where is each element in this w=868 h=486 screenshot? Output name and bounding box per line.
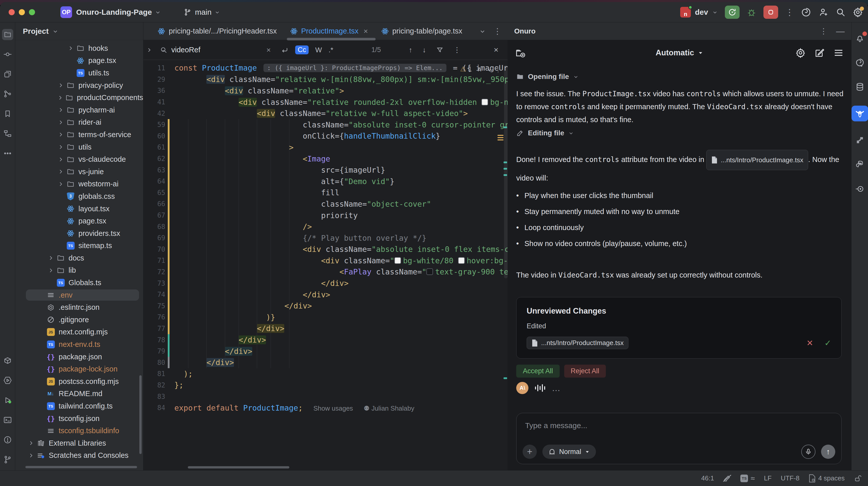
tree-item-utils[interactable]: utils: [15, 141, 143, 153]
editor-tabs-tool-icon[interactable]: [2, 68, 13, 80]
tree-item-lib[interactable]: lib: [15, 264, 143, 277]
code-line-69[interactable]: 69 {/* Play button overlay */}: [144, 232, 507, 244]
chevron-right-icon[interactable]: [56, 144, 66, 150]
tree-item-sitemap-ts[interactable]: TSsitemap.ts: [15, 240, 143, 252]
code-line-81[interactable]: 81 );: [144, 368, 507, 379]
close-find-bar-icon[interactable]: ×: [494, 45, 498, 55]
code-line-41[interactable]: 41 <div className="relative rounded-2xl …: [144, 96, 507, 108]
inline-widget-icon[interactable]: [497, 135, 503, 141]
new-folder-icon[interactable]: [515, 48, 526, 58]
show-usages-hint[interactable]: Show usages: [313, 404, 353, 412]
code-line-61[interactable]: 61 >: [144, 142, 507, 153]
editor-horizontal-scrollbar[interactable]: [188, 466, 289, 468]
structure-tool-icon[interactable]: [2, 128, 13, 139]
search-icon[interactable]: [160, 46, 168, 54]
mode-selector[interactable]: Automatic: [656, 48, 703, 57]
tree-item-utils-ts[interactable]: TSutils.ts: [15, 67, 143, 79]
code-line-59[interactable]: 59 className="absolute inset-0 cursor-po…: [144, 119, 507, 130]
tree-item-external-libraries[interactable]: External Libraries: [15, 437, 143, 450]
tree-item-terms-of-service[interactable]: terms-of-service: [15, 128, 143, 141]
code-line-71[interactable]: 71 <div className="bg-white/80 hover:bg-…: [144, 255, 507, 266]
code-line-77[interactable]: 77 </div>: [144, 323, 507, 334]
more-options-icon[interactable]: ⋮: [454, 46, 461, 54]
tree-horizontal-scrollbar[interactable]: [25, 466, 137, 468]
editor-tab[interactable]: pricing-table/.../PricingHeader.tsx: [151, 22, 283, 40]
tree-item-webstorm-ai[interactable]: webstorm-ai: [15, 178, 143, 190]
code-line-78[interactable]: 78 </div>: [144, 334, 507, 345]
inspection-widget[interactable]: ⚠ 1∧∨|: [460, 65, 499, 73]
ai-assistant-icon[interactable]: [801, 7, 811, 17]
add-user-icon[interactable]: [818, 7, 828, 17]
chevron-right-icon[interactable]: [56, 131, 66, 138]
editor-tab[interactable]: pricing-table/page.tsx: [375, 22, 469, 40]
message-input[interactable]: Type a message... + Normal ↑: [516, 413, 842, 464]
code-line-79[interactable]: 79 </div>: [144, 345, 507, 357]
prev-match-icon[interactable]: ↑: [409, 46, 412, 54]
stop-button[interactable]: [764, 6, 778, 19]
tree-item-page-tsx[interactable]: page.tsx: [15, 215, 143, 227]
more-tools-tool-icon[interactable]: [2, 148, 13, 159]
close-window-button[interactable]: [9, 9, 15, 15]
editor-tab[interactable]: ProductImage.tsx×: [283, 22, 375, 40]
tree-item-package-lock-json[interactable]: {}package-lock.json: [15, 363, 143, 375]
code-line-66[interactable]: 66 className="object-cover": [144, 198, 507, 210]
python-console-tool-icon[interactable]: [854, 159, 865, 170]
version-control-tool-icon[interactable]: [2, 454, 13, 465]
tree-item-page-tsx[interactable]: page.tsx: [15, 55, 143, 67]
rerun-button[interactable]: [725, 6, 740, 19]
code-line-42[interactable]: 42 <div className="relative w-full aspec…: [144, 108, 507, 119]
project-selector[interactable]: Onuro-Landing-Page: [76, 8, 152, 17]
minimize-window-button[interactable]: [19, 9, 25, 15]
code-line-84[interactable]: 84export default ProductImage;Show usage…: [144, 402, 507, 414]
chevron-right-icon[interactable]: [46, 267, 56, 273]
tree-item-rider-ai[interactable]: rider-ai: [15, 116, 143, 129]
breadcrumb-toggle-icon[interactable]: [144, 47, 155, 53]
tree-item--gitignore[interactable]: .gitignore: [15, 313, 143, 326]
chevron-right-icon[interactable]: [26, 440, 36, 446]
editor-vertical-scrollbar[interactable]: [504, 65, 507, 278]
services-tool-icon[interactable]: [2, 395, 13, 406]
tree-item-scratches-and-consoles[interactable]: Scratches and Consoles: [15, 450, 143, 462]
plugin-tool-icon[interactable]: [854, 134, 865, 146]
code-line-73[interactable]: 73 </div>: [144, 277, 507, 289]
regex-toggle[interactable]: .*: [329, 46, 333, 54]
chevron-right-icon[interactable]: [56, 169, 66, 175]
attach-button[interactable]: +: [523, 445, 537, 459]
tree-item-productcomponents[interactable]: productComponents: [15, 91, 143, 104]
tree-item-tailwind-config-ts[interactable]: TStailwind.config.ts: [15, 400, 143, 413]
chevron-right-icon[interactable]: [56, 107, 66, 113]
run-tool-icon[interactable]: [2, 375, 13, 386]
accept-all-button[interactable]: Accept All: [516, 365, 560, 377]
code-line-70[interactable]: 70 <div className="absolute inset-0 flex…: [144, 244, 507, 255]
build-tool-icon[interactable]: [2, 355, 13, 366]
settings-gear-icon[interactable]: [796, 48, 806, 58]
onuro-tool-icon[interactable]: [851, 105, 868, 121]
maximize-window-button[interactable]: [29, 9, 35, 15]
search-input[interactable]: videoRef: [171, 46, 200, 54]
code-line-72[interactable]: 72 <FaPlay className="text-gray-900 text…: [144, 266, 507, 278]
run-config-selector[interactable]: n dev: [680, 7, 718, 18]
tree-item-readme-md[interactable]: M↓README.md: [15, 388, 143, 400]
typescript-status[interactable]: TS ≈: [740, 474, 754, 483]
menu-icon[interactable]: [834, 48, 844, 58]
reject-file-icon[interactable]: ✕: [806, 338, 813, 348]
tree-item--env[interactable]: .env: [15, 289, 143, 301]
edited-file-chip[interactable]: ...nts/Intro/ProductImage.tsx: [527, 337, 628, 349]
chevron-right-icon[interactable]: [56, 181, 66, 187]
tree-item-docs[interactable]: docs: [15, 252, 143, 264]
lock-icon[interactable]: [854, 475, 861, 482]
code-line-36[interactable]: 36 <div className="relative">: [144, 85, 507, 96]
code-line-64[interactable]: 64 alt={"Demo vid"}: [144, 176, 507, 187]
editor-top-scrollbar[interactable]: [287, 38, 376, 40]
code-line-68[interactable]: 68 />: [144, 221, 507, 232]
code-view[interactable]: 11const ProductImage : ({ imageUrl }: Pr…: [144, 60, 507, 470]
code-line-65[interactable]: 65 fill: [144, 187, 507, 199]
chevron-right-icon[interactable]: [46, 255, 56, 261]
code-line-63[interactable]: 63 src={imageUrl}: [144, 164, 507, 176]
author-hint[interactable]: ⚉ Julian Shalaby: [364, 404, 414, 412]
code-line-82[interactable]: 82};: [144, 379, 507, 391]
code-line-29[interactable]: 29 <div className="relative w-[min(88vw,…: [144, 74, 507, 85]
model-mode-selector[interactable]: Normal: [542, 445, 596, 459]
notifications-tool-icon[interactable]: [854, 32, 865, 44]
step-opening-file[interactable]: Opening file: [516, 72, 579, 81]
